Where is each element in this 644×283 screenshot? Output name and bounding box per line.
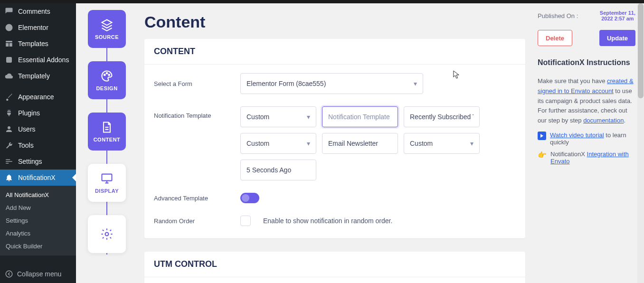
vertical-scrollbar[interactable] — [637, 3, 644, 283]
template-label: Notification Template — [154, 106, 240, 119]
template-input-3-field[interactable] — [328, 140, 392, 147]
form-select[interactable]: Elementor Form (8cae555) ▾ — [240, 73, 423, 94]
sidebar-item-label: Users — [18, 125, 36, 133]
svg-point-5 — [108, 74, 110, 75]
template-select-1[interactable]: Custom ▾ — [240, 106, 316, 127]
chevron-down-icon: ▾ — [414, 80, 417, 87]
template-row: Notification Template Custom ▾ — [154, 106, 516, 180]
page-title: Content — [144, 13, 525, 31]
user-icon — [5, 125, 13, 133]
submenu-add-new[interactable]: Add New — [0, 201, 76, 214]
svg-point-7 — [105, 233, 109, 236]
elementor-icon — [5, 23, 13, 32]
sidebar-item-templates[interactable]: Templates — [0, 36, 76, 52]
step-label: SOURCE — [95, 34, 119, 40]
template-select-2[interactable]: Custom ▾ — [240, 133, 316, 154]
chevron-down-icon: ▾ — [307, 113, 310, 121]
documentation-link[interactable]: documentation — [583, 117, 624, 124]
submenu-all-notificationx[interactable]: All NotificationX — [0, 189, 76, 201]
step-label: CONTENT — [94, 137, 121, 142]
page-icon — [100, 121, 114, 134]
watch-video-link[interactable]: Watch video tutorial — [550, 132, 604, 139]
sidebar-item-appearance[interactable]: Appearance — [0, 89, 76, 105]
sidebar-item-label: NotificationX — [18, 174, 56, 181]
template-input-2-field[interactable] — [410, 113, 474, 121]
sidebar-item-essential-addons[interactable]: Essential Addons — [0, 52, 76, 68]
utm-panel: UTM CONTROL — [144, 252, 525, 283]
sidebar-item-settings[interactable]: Settings — [0, 153, 76, 170]
sidebar-item-elementor[interactable]: Elementor — [0, 19, 76, 36]
cloud-icon — [5, 72, 13, 80]
sidebar-item-label: Appearance — [18, 93, 54, 101]
collapse-label: Collapse menu — [17, 270, 61, 278]
sidebar-item-templately[interactable]: Templately — [0, 68, 76, 84]
sidebar-item-notificationx[interactable]: NotificationX — [0, 170, 76, 186]
submenu-quick-builder[interactable]: Quick Builder — [0, 240, 76, 253]
sidebar-item-label: Comments — [18, 8, 50, 15]
sidebar-item-plugins[interactable]: Plugins — [0, 105, 76, 121]
sidebar-item-label: Templates — [18, 40, 48, 47]
instructions-paragraph: Make sure that you have created & signed… — [538, 76, 635, 126]
svg-rect-1 — [6, 57, 12, 63]
step-content[interactable]: CONTENT — [88, 113, 126, 151]
random-checkbox[interactable] — [240, 216, 251, 226]
published-row: Published On : September 11, 2022 2:57 a… — [538, 10, 635, 21]
template-input-1-field[interactable] — [328, 113, 392, 121]
step-design[interactable]: DESIGN — [88, 61, 126, 99]
template-input-2[interactable] — [404, 106, 480, 127]
update-button[interactable]: Update — [599, 30, 635, 46]
template-input-4-field[interactable] — [246, 166, 310, 174]
svg-point-4 — [106, 73, 108, 74]
random-label: Random Order — [154, 217, 240, 225]
bell-icon — [5, 173, 13, 182]
template-select-3[interactable]: Custom ▾ — [404, 133, 480, 154]
template-input-3[interactable] — [322, 133, 398, 154]
layout: Comments Elementor Templates Essential A… — [0, 3, 644, 283]
step-customize[interactable] — [88, 215, 126, 253]
published-label: Published On : — [538, 12, 578, 19]
content-panel-heading: CONTENT — [144, 39, 525, 65]
submenu-analytics[interactable]: Analytics — [0, 227, 76, 240]
collapse-icon — [5, 270, 13, 278]
sliders-icon — [5, 157, 13, 166]
template-input-1[interactable] — [322, 106, 398, 127]
pointing-hand-icon: 👉 — [538, 151, 547, 159]
step-label: DESIGN — [96, 85, 117, 91]
scrollbar-thumb[interactable] — [638, 3, 644, 98]
instructions-panel: NotificationX Instructions Make sure tha… — [538, 58, 635, 165]
instructions-heading: NotificationX Instructions — [538, 58, 635, 67]
sidebar-item-users[interactable]: Users — [0, 121, 76, 137]
advanced-toggle[interactable] — [240, 193, 259, 203]
layers-icon — [100, 18, 114, 31]
advanced-label: Advanced Template — [154, 195, 240, 202]
published-date: September 11, 2022 2:57 am — [600, 10, 635, 21]
svg-point-2 — [6, 271, 12, 277]
form-row: Select a Form Elementor Form (8cae555) ▾ — [154, 73, 516, 94]
form-select-value: Elementor Form (8cae555) — [246, 80, 326, 87]
sidebar-item-label: Settings — [18, 158, 42, 165]
step-source[interactable]: SOURCE — [88, 10, 126, 48]
step-nav: SOURCE DESIGN CONTENT DISPLAY — [76, 3, 138, 283]
step-label: DISPLAY — [95, 188, 119, 194]
svg-point-0 — [6, 24, 13, 31]
sidebar-item-comments[interactable]: Comments — [0, 3, 76, 19]
collapse-menu[interactable]: Collapse menu — [0, 265, 76, 283]
template-input-4[interactable] — [240, 160, 316, 180]
sidebar-item-label: Tools — [18, 142, 34, 149]
admin-topbar — [0, 0, 644, 3]
comments-icon — [5, 7, 13, 16]
delete-button[interactable]: Delete — [538, 30, 572, 46]
step-display[interactable]: DISPLAY — [88, 164, 126, 202]
sidebar-item-tools[interactable]: Tools — [0, 137, 76, 153]
notificationx-submenu: All NotificationX Add New Settings Analy… — [0, 186, 76, 255]
gear-icon — [100, 227, 114, 241]
submenu-settings[interactable]: Settings — [0, 214, 76, 227]
right-rail: Published On : September 11, 2022 2:57 a… — [534, 3, 644, 283]
content-panel: CONTENT Select a Form Elementor Form (8c… — [144, 39, 525, 238]
admin-sidebar: Comments Elementor Templates Essential A… — [0, 3, 76, 283]
plug-icon — [5, 109, 13, 117]
random-help: Enable to show notification in random or… — [263, 217, 392, 225]
monitor-icon — [100, 172, 114, 185]
palette-icon — [100, 69, 114, 83]
random-row: Random Order Enable to show notification… — [154, 216, 516, 226]
